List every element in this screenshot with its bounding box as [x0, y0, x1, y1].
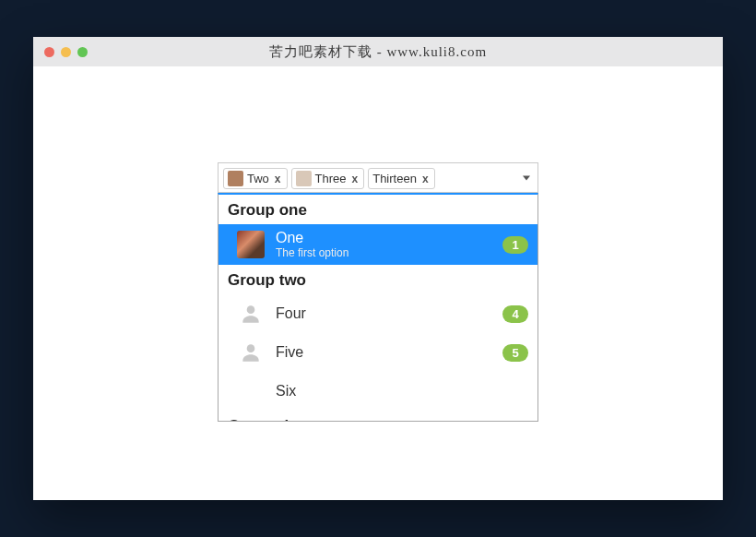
option-four[interactable]: Four 4 [219, 294, 537, 333]
option-badge: 4 [502, 305, 528, 323]
selected-tag[interactable]: Thirteen x [368, 168, 434, 189]
group-header: Group two [219, 265, 537, 294]
option-body: Five [276, 344, 491, 361]
group-header: Group one [219, 195, 537, 224]
tag-label: Thirteen [372, 172, 417, 185]
close-window-icon[interactable] [44, 47, 54, 57]
option-title: Five [276, 344, 491, 361]
dropdown-list[interactable]: Group one One The first option 1 Group t… [218, 193, 538, 422]
option-subtitle: The first option [276, 246, 491, 259]
selected-tag[interactable]: Three x [291, 168, 365, 189]
maximize-window-icon[interactable] [77, 47, 88, 57]
option-title: Four [276, 305, 491, 322]
avatar-icon [296, 171, 312, 186]
person-icon [237, 339, 265, 366]
titlebar: 苦力吧素材下载 - www.kuli8.com [33, 37, 723, 66]
option-badge: 5 [502, 344, 528, 362]
chevron-down-icon[interactable] [523, 175, 530, 180]
selected-tag[interactable]: Two x [223, 168, 288, 189]
person-icon [237, 300, 265, 328]
multi-select: Two x Three x Thirteen x Group one [218, 162, 538, 500]
group-header: Group three [219, 411, 537, 422]
multi-select-input[interactable]: Two x Three x Thirteen x [218, 162, 538, 193]
option-body: One The first option [276, 230, 491, 259]
tag-label: Three [315, 172, 347, 185]
option-six[interactable]: Six [219, 372, 537, 411]
avatar-icon [237, 231, 265, 258]
option-title: Six [276, 383, 528, 400]
avatar-icon [228, 171, 243, 186]
traffic-lights [33, 47, 88, 57]
svg-point-0 [247, 305, 255, 314]
option-five[interactable]: Five 5 [219, 333, 537, 372]
remove-tag-icon[interactable]: x [350, 173, 360, 185]
content-area: Two x Three x Thirteen x Group one [33, 66, 723, 500]
option-body: Four [276, 305, 491, 322]
avatar-placeholder [237, 377, 265, 405]
remove-tag-icon[interactable]: x [420, 173, 431, 185]
svg-point-1 [247, 344, 255, 352]
window-title: 苦力吧素材下载 - www.kuli8.com [33, 43, 723, 61]
option-badge: 1 [502, 236, 528, 254]
tag-label: Two [247, 172, 269, 185]
remove-tag-icon[interactable]: x [273, 173, 283, 185]
browser-window: 苦力吧素材下载 - www.kuli8.com Two x Three x Th… [33, 37, 723, 500]
option-one[interactable]: One The first option 1 [219, 224, 537, 265]
option-title: One [276, 230, 491, 246]
minimize-window-icon[interactable] [61, 47, 71, 57]
option-body: Six [276, 383, 528, 400]
